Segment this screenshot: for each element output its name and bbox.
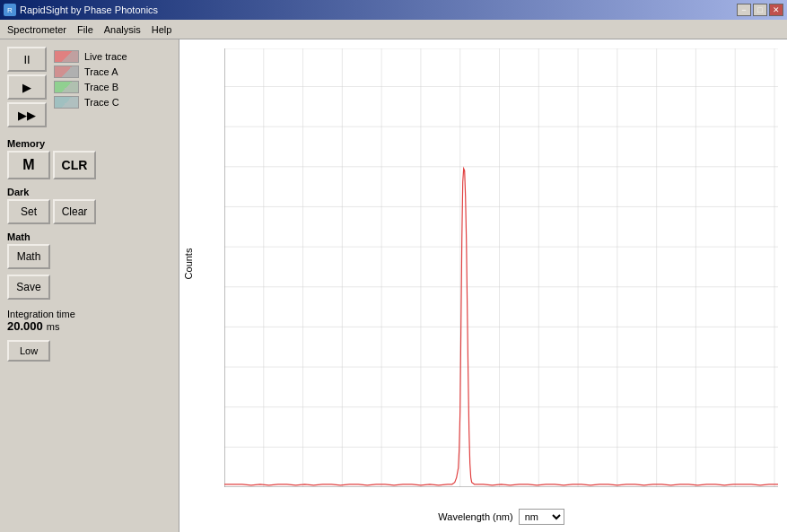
fastforward-icon: ▶▶ — [18, 109, 36, 122]
trace-a-label: Trace A — [84, 66, 118, 77]
low-section: Low — [7, 336, 171, 362]
math-label: Math — [7, 231, 171, 242]
pause-button[interactable]: II — [7, 47, 47, 72]
y-axis-label: Counts — [183, 248, 194, 279]
trace-b-swatch — [54, 81, 79, 93]
live-trace-label: Live trace — [84, 51, 127, 62]
legend-live-trace: Live trace — [54, 50, 127, 63]
app-icon: R — [4, 4, 16, 16]
legend: Live trace Trace A Trace B Trace C — [54, 50, 127, 109]
math-section: Math Math — [7, 228, 171, 269]
fastforward-button[interactable]: ▶▶ — [7, 102, 47, 127]
dark-clear-button[interactable]: Clear — [53, 199, 96, 224]
app-title: RapidSight by Phase Photonics — [20, 4, 158, 15]
save-button[interactable]: Save — [7, 275, 50, 300]
play-icon: ▶ — [22, 81, 31, 94]
live-trace-swatch — [54, 50, 79, 63]
integration-label: Integration time — [7, 309, 171, 319]
legend-trace-b: Trace B — [54, 81, 127, 93]
left-panel: II ▶ ▶▶ Live trace Trace A — [0, 39, 179, 532]
trace-b-label: Trace B — [84, 82, 118, 92]
dark-set-button[interactable]: Set — [7, 199, 50, 224]
menu-spectrometer[interactable]: Spectrometer — [2, 22, 72, 37]
transport-controls: II ▶ ▶▶ — [7, 47, 47, 127]
math-button[interactable]: Math — [7, 244, 50, 269]
trace-c-label: Trace C — [84, 97, 119, 108]
legend-trace-a: Trace A — [54, 65, 127, 78]
title-bar: R RapidSight by Phase Photonics − □ ✕ — [0, 0, 787, 20]
x-axis-label: Wavelength (nm) — [438, 511, 512, 522]
chart-area: Counts — [179, 39, 787, 532]
clr-button[interactable]: CLR — [53, 151, 96, 179]
main-content: II ▶ ▶▶ Live trace Trace A — [0, 39, 787, 532]
low-button[interactable]: Low — [7, 340, 50, 362]
window-controls: − □ ✕ — [737, 4, 783, 16]
integration-unit: ms — [47, 321, 60, 332]
memory-label: Memory — [7, 138, 171, 149]
pause-icon: II — [23, 53, 30, 66]
play-button[interactable]: ▶ — [7, 74, 47, 100]
maximize-button[interactable]: □ — [753, 4, 767, 16]
trace-a-swatch — [54, 65, 79, 78]
minimize-button[interactable]: − — [737, 4, 751, 16]
menu-bar: Spectrometer File Analysis Help — [0, 20, 787, 39]
legend-trace-c: Trace C — [54, 96, 127, 109]
menu-file[interactable]: File — [72, 22, 99, 37]
memory-section: Memory M CLR — [7, 135, 171, 179]
close-button[interactable]: ✕ — [769, 4, 783, 16]
integration-section: Integration time 20.000 ms — [7, 309, 171, 333]
menu-help[interactable]: Help — [146, 22, 178, 37]
x-axis-section: Wavelength (nm) nm cm⁻¹ — [224, 509, 778, 525]
integration-value: 20.000 — [7, 319, 43, 333]
dark-section: Dark Set Clear — [7, 183, 171, 224]
trace-c-swatch — [54, 96, 79, 109]
dark-label: Dark — [7, 187, 171, 197]
chart-svg: 0 250 500 750 1000 1250 1500 1750 2000 2… — [224, 48, 778, 487]
m-button[interactable]: M — [7, 151, 50, 179]
svg-rect-0 — [224, 48, 778, 487]
wavelength-select[interactable]: nm cm⁻¹ — [519, 509, 564, 525]
save-section: Save — [7, 275, 171, 300]
menu-analysis[interactable]: Analysis — [99, 22, 146, 37]
